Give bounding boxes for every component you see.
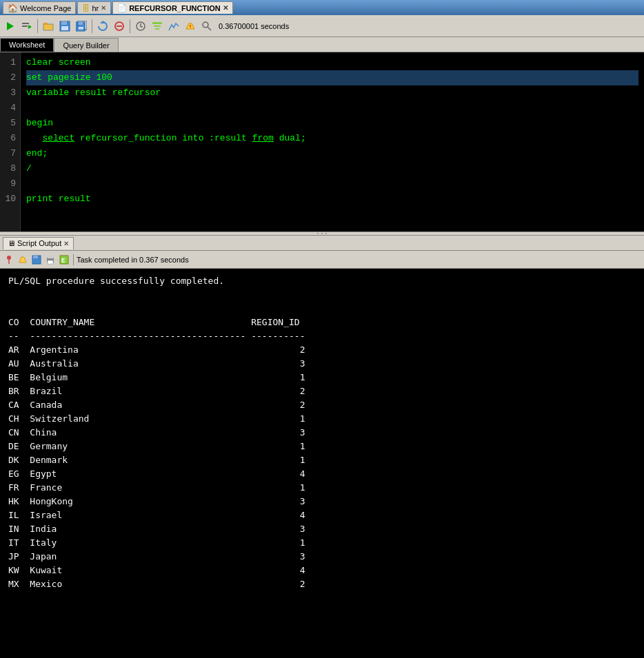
- svg-rect-8: [61, 26, 68, 30]
- tab-welcome[interactable]: 🏠 Welcome Page: [3, 1, 76, 14]
- open-button[interactable]: [41, 19, 56, 34]
- svg-rect-2: [22, 25, 28, 27]
- output-toolbar: E Task completed in 0.367 seconds: [0, 251, 644, 269]
- refresh-button[interactable]: [95, 19, 110, 34]
- line-num-4: 4: [3, 101, 16, 116]
- explain-button[interactable]: [150, 19, 165, 34]
- tab-hr[interactable]: 🗄 hr ✕: [77, 1, 111, 14]
- tab-welcome-label: Welcome Page: [20, 4, 71, 12]
- code-editor[interactable]: 1 2 3 4 5 6 7 8 9 10 clear screen set pa…: [0, 52, 644, 232]
- monitor-icon: 🖥: [8, 239, 15, 247]
- output-content[interactable]: PL/SQL procedure successfully completed.…: [0, 269, 644, 658]
- run-icon: [5, 21, 16, 32]
- tab-query-builder[interactable]: Query Builder: [54, 38, 118, 52]
- script-output-header: 🖥 Script Output ✕: [0, 236, 644, 251]
- svg-point-27: [325, 233, 327, 234]
- timing-label: 0.36700001 seconds: [219, 22, 289, 30]
- svg-point-23: [203, 22, 208, 28]
- line-num-7: 7: [3, 146, 16, 161]
- code-content[interactable]: clear screen set pagesize 100 variable r…: [21, 52, 644, 232]
- sep3: [130, 19, 130, 33]
- clear-button[interactable]: [183, 19, 198, 34]
- svg-text:E: E: [61, 258, 66, 265]
- svg-rect-34: [48, 260, 53, 264]
- cancel-icon: [114, 21, 125, 32]
- title-bar-tabs: 🏠 Welcome Page 🗄 hr ✕ 📄 REFCURSOR_FUNCTI…: [3, 1, 641, 14]
- clear-icon: [185, 21, 196, 32]
- line-num-9: 9: [3, 176, 16, 192]
- clear-output-icon: [18, 255, 28, 265]
- autotrace-icon: [168, 21, 179, 32]
- svg-marker-3: [28, 25, 32, 29]
- code-line-2: set pagesize 100: [26, 70, 638, 85]
- sep1: [37, 19, 38, 33]
- explain-icon: [152, 21, 163, 32]
- export-icon: E: [59, 255, 69, 265]
- tab-query-builder-label: Query Builder: [63, 41, 109, 50]
- save-all-icon: [76, 21, 87, 32]
- find-button[interactable]: [199, 19, 214, 34]
- run-script-button[interactable]: [19, 19, 34, 34]
- editor-tabs: Worksheet Query Builder: [0, 37, 644, 52]
- code-line-1: clear screen: [26, 55, 638, 70]
- script-output-close[interactable]: ✕: [63, 240, 69, 247]
- output-sep1: [73, 254, 74, 265]
- tab-hr-close[interactable]: ✕: [101, 4, 106, 12]
- line-num-8: 8: [3, 161, 16, 176]
- save-output-button[interactable]: [30, 254, 43, 266]
- line-num-2: 2: [3, 70, 16, 85]
- db-icon: 🗄: [82, 4, 90, 12]
- svg-rect-1: [22, 23, 29, 24]
- code-line-5: begin: [26, 116, 638, 131]
- code-line-9: [26, 176, 638, 192]
- line-num-3: 3: [3, 85, 16, 101]
- code-line-7: end;: [26, 146, 638, 161]
- tab-refcursor-label: REFCURSOR_FUNCTION: [129, 4, 221, 12]
- history-button[interactable]: [133, 19, 148, 34]
- tab-refcursor-close[interactable]: ✕: [223, 4, 228, 12]
- code-line-8: /: [26, 161, 638, 176]
- line-num-5: 5: [3, 116, 16, 131]
- file-icon: 📄: [117, 3, 127, 12]
- svg-marker-0: [7, 22, 14, 30]
- clear-output-button[interactable]: [17, 254, 29, 266]
- task-status: Task completed in 0.367 seconds: [77, 256, 189, 264]
- history-icon: [135, 21, 146, 32]
- svg-rect-10: [78, 22, 83, 25]
- svg-point-25: [317, 233, 319, 234]
- svg-line-24: [208, 27, 211, 30]
- splitter-icon: [315, 232, 329, 235]
- main-toolbar: 0.36700001 seconds: [0, 15, 644, 37]
- run-script-icon: [21, 21, 32, 32]
- export-button[interactable]: E: [58, 254, 70, 266]
- svg-rect-31: [33, 256, 38, 258]
- svg-point-26: [321, 233, 323, 234]
- line-num-10: 10: [3, 192, 16, 207]
- svg-point-28: [7, 256, 11, 260]
- line-num-1: 1: [3, 55, 16, 70]
- tab-refcursor[interactable]: 📄 REFCURSOR_FUNCTION ✕: [112, 1, 233, 14]
- tab-worksheet-label: Worksheet: [9, 41, 45, 49]
- svg-rect-33: [48, 256, 53, 258]
- tab-worksheet[interactable]: Worksheet: [0, 38, 54, 52]
- svg-rect-5: [43, 23, 48, 25]
- save-all-button[interactable]: [74, 19, 89, 34]
- find-icon: [201, 21, 212, 32]
- svg-rect-4: [43, 24, 53, 30]
- sep2: [92, 19, 92, 33]
- line-numbers: 1 2 3 4 5 6 7 8 9 10: [0, 52, 21, 232]
- cancel-button[interactable]: [112, 19, 127, 34]
- script-output-tab[interactable]: 🖥 Script Output ✕: [3, 237, 74, 249]
- autotrace-button[interactable]: [166, 19, 181, 34]
- save-icon: [59, 21, 70, 32]
- code-line-4: [26, 101, 638, 116]
- run-button[interactable]: [3, 19, 18, 34]
- svg-rect-19: [152, 22, 162, 24]
- print-button[interactable]: [44, 254, 57, 266]
- save-button[interactable]: [57, 19, 72, 34]
- code-line-10: print result: [26, 192, 638, 207]
- output-text: PL/SQL procedure successfully completed.…: [8, 274, 636, 591]
- code-line-3: variable result refcursor: [26, 85, 638, 101]
- pin-button[interactable]: [3, 254, 15, 266]
- svg-rect-20: [154, 25, 161, 27]
